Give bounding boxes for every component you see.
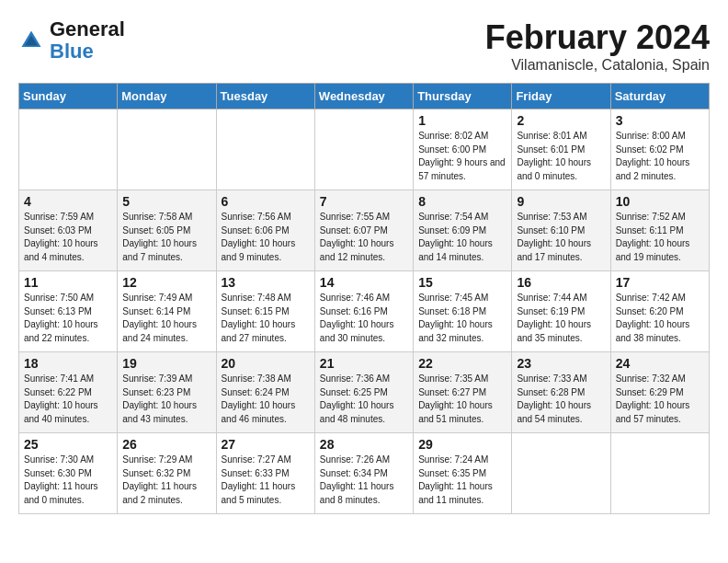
calendar-cell: 22Sunrise: 7:35 AMSunset: 6:27 PMDayligh… bbox=[414, 352, 512, 433]
weekday-header-monday: Monday bbox=[118, 84, 216, 109]
day-number: 11 bbox=[24, 275, 112, 290]
day-info: Sunrise: 7:38 AMSunset: 6:24 PMDaylight:… bbox=[222, 373, 310, 426]
calendar-cell: 15Sunrise: 7:45 AMSunset: 6:18 PMDayligh… bbox=[414, 271, 512, 352]
calendar-cell: 26Sunrise: 7:29 AMSunset: 6:32 PMDayligh… bbox=[118, 433, 216, 514]
day-info: Sunrise: 7:46 AMSunset: 6:16 PMDaylight:… bbox=[320, 292, 408, 345]
calendar-cell: 24Sunrise: 7:32 AMSunset: 6:29 PMDayligh… bbox=[610, 352, 709, 433]
calendar-cell: 14Sunrise: 7:46 AMSunset: 6:16 PMDayligh… bbox=[314, 271, 413, 352]
page-header: General Blue February 2024 Vilamaniscle,… bbox=[18, 18, 710, 74]
calendar-cell: 19Sunrise: 7:39 AMSunset: 6:23 PMDayligh… bbox=[118, 352, 216, 433]
day-info: Sunrise: 7:48 AMSunset: 6:15 PMDaylight:… bbox=[222, 292, 310, 345]
logo: General Blue bbox=[18, 18, 125, 63]
day-info: Sunrise: 7:33 AMSunset: 6:28 PMDaylight:… bbox=[517, 373, 605, 426]
calendar-cell: 29Sunrise: 7:24 AMSunset: 6:35 PMDayligh… bbox=[414, 433, 512, 514]
calendar-week-3: 11Sunrise: 7:50 AMSunset: 6:13 PMDayligh… bbox=[19, 271, 710, 352]
day-number: 15 bbox=[418, 275, 506, 290]
day-info: Sunrise: 7:29 AMSunset: 6:32 PMDaylight:… bbox=[122, 454, 210, 507]
day-info: Sunrise: 8:02 AMSunset: 6:00 PMDaylight:… bbox=[418, 130, 506, 183]
calendar-cell bbox=[314, 109, 413, 190]
day-number: 21 bbox=[320, 356, 408, 371]
day-info: Sunrise: 7:36 AMSunset: 6:25 PMDaylight:… bbox=[320, 373, 408, 426]
day-number: 27 bbox=[222, 437, 310, 452]
day-info: Sunrise: 7:55 AMSunset: 6:07 PMDaylight:… bbox=[320, 211, 408, 264]
calendar-week-2: 4Sunrise: 7:59 AMSunset: 6:03 PMDaylight… bbox=[19, 190, 710, 271]
day-number: 1 bbox=[418, 113, 506, 128]
day-info: Sunrise: 7:26 AMSunset: 6:34 PMDaylight:… bbox=[320, 454, 408, 507]
calendar-cell: 27Sunrise: 7:27 AMSunset: 6:33 PMDayligh… bbox=[216, 433, 314, 514]
calendar-cell: 21Sunrise: 7:36 AMSunset: 6:25 PMDayligh… bbox=[314, 352, 413, 433]
weekday-header-friday: Friday bbox=[512, 84, 610, 109]
weekday-header-row: SundayMondayTuesdayWednesdayThursdayFrid… bbox=[19, 84, 710, 109]
weekday-header-wednesday: Wednesday bbox=[314, 84, 413, 109]
day-number: 17 bbox=[616, 275, 704, 290]
day-info: Sunrise: 7:49 AMSunset: 6:14 PMDaylight:… bbox=[122, 292, 210, 345]
weekday-header-thursday: Thursday bbox=[414, 84, 512, 109]
weekday-header-sunday: Sunday bbox=[19, 84, 118, 109]
day-number: 7 bbox=[320, 194, 408, 209]
calendar-cell: 1Sunrise: 8:02 AMSunset: 6:00 PMDaylight… bbox=[414, 109, 512, 190]
calendar-cell: 10Sunrise: 7:52 AMSunset: 6:11 PMDayligh… bbox=[610, 190, 709, 271]
calendar-week-4: 18Sunrise: 7:41 AMSunset: 6:22 PMDayligh… bbox=[19, 352, 710, 433]
day-number: 13 bbox=[222, 275, 310, 290]
calendar-cell: 16Sunrise: 7:44 AMSunset: 6:19 PMDayligh… bbox=[512, 271, 610, 352]
calendar-cell bbox=[216, 109, 314, 190]
calendar-table: SundayMondayTuesdayWednesdayThursdayFrid… bbox=[18, 83, 710, 514]
day-number: 19 bbox=[122, 356, 210, 371]
day-number: 9 bbox=[517, 194, 605, 209]
day-number: 28 bbox=[320, 437, 408, 452]
day-number: 10 bbox=[616, 194, 704, 209]
day-number: 18 bbox=[24, 356, 112, 371]
day-number: 25 bbox=[24, 437, 112, 452]
day-number: 29 bbox=[418, 437, 506, 452]
day-info: Sunrise: 7:24 AMSunset: 6:35 PMDaylight:… bbox=[418, 454, 506, 507]
day-info: Sunrise: 7:52 AMSunset: 6:11 PMDaylight:… bbox=[616, 211, 704, 264]
day-info: Sunrise: 7:35 AMSunset: 6:27 PMDaylight:… bbox=[418, 373, 506, 426]
calendar-cell: 17Sunrise: 7:42 AMSunset: 6:20 PMDayligh… bbox=[610, 271, 709, 352]
day-info: Sunrise: 7:41 AMSunset: 6:22 PMDaylight:… bbox=[24, 373, 112, 426]
day-number: 12 bbox=[122, 275, 210, 290]
calendar-cell: 18Sunrise: 7:41 AMSunset: 6:22 PMDayligh… bbox=[19, 352, 118, 433]
calendar-cell bbox=[610, 433, 709, 514]
calendar-week-1: 1Sunrise: 8:02 AMSunset: 6:00 PMDaylight… bbox=[19, 109, 710, 190]
calendar-cell: 23Sunrise: 7:33 AMSunset: 6:28 PMDayligh… bbox=[512, 352, 610, 433]
month-title: February 2024 bbox=[485, 18, 710, 57]
calendar-cell: 11Sunrise: 7:50 AMSunset: 6:13 PMDayligh… bbox=[19, 271, 118, 352]
calendar-cell: 4Sunrise: 7:59 AMSunset: 6:03 PMDaylight… bbox=[19, 190, 118, 271]
day-number: 24 bbox=[616, 356, 704, 371]
calendar-cell bbox=[118, 109, 216, 190]
day-info: Sunrise: 7:30 AMSunset: 6:30 PMDaylight:… bbox=[24, 454, 112, 507]
day-number: 3 bbox=[616, 113, 704, 128]
location-title: Vilamaniscle, Catalonia, Spain bbox=[485, 57, 710, 74]
day-number: 2 bbox=[517, 113, 605, 128]
day-info: Sunrise: 8:00 AMSunset: 6:02 PMDaylight:… bbox=[616, 130, 704, 183]
day-number: 6 bbox=[222, 194, 310, 209]
calendar-cell: 25Sunrise: 7:30 AMSunset: 6:30 PMDayligh… bbox=[19, 433, 118, 514]
calendar-cell: 6Sunrise: 7:56 AMSunset: 6:06 PMDaylight… bbox=[216, 190, 314, 271]
day-number: 8 bbox=[418, 194, 506, 209]
calendar-cell: 7Sunrise: 7:55 AMSunset: 6:07 PMDaylight… bbox=[314, 190, 413, 271]
weekday-header-tuesday: Tuesday bbox=[216, 84, 314, 109]
day-number: 5 bbox=[122, 194, 210, 209]
calendar-cell: 9Sunrise: 7:53 AMSunset: 6:10 PMDaylight… bbox=[512, 190, 610, 271]
calendar-cell: 5Sunrise: 7:58 AMSunset: 6:05 PMDaylight… bbox=[118, 190, 216, 271]
calendar-week-5: 25Sunrise: 7:30 AMSunset: 6:30 PMDayligh… bbox=[19, 433, 710, 514]
calendar-cell bbox=[512, 433, 610, 514]
calendar-cell: 20Sunrise: 7:38 AMSunset: 6:24 PMDayligh… bbox=[216, 352, 314, 433]
day-number: 22 bbox=[418, 356, 506, 371]
day-info: Sunrise: 7:27 AMSunset: 6:33 PMDaylight:… bbox=[222, 454, 310, 507]
day-number: 20 bbox=[222, 356, 310, 371]
calendar-cell: 12Sunrise: 7:49 AMSunset: 6:14 PMDayligh… bbox=[118, 271, 216, 352]
day-info: Sunrise: 7:44 AMSunset: 6:19 PMDaylight:… bbox=[517, 292, 605, 345]
day-info: Sunrise: 7:50 AMSunset: 6:13 PMDaylight:… bbox=[24, 292, 112, 345]
day-info: Sunrise: 7:45 AMSunset: 6:18 PMDaylight:… bbox=[418, 292, 506, 345]
logo-icon bbox=[18, 28, 44, 53]
day-number: 16 bbox=[517, 275, 605, 290]
day-number: 14 bbox=[320, 275, 408, 290]
day-number: 23 bbox=[517, 356, 605, 371]
logo-text: General Blue bbox=[50, 18, 125, 63]
day-info: Sunrise: 7:56 AMSunset: 6:06 PMDaylight:… bbox=[222, 211, 310, 264]
day-info: Sunrise: 7:39 AMSunset: 6:23 PMDaylight:… bbox=[122, 373, 210, 426]
title-block: February 2024 Vilamaniscle, Catalonia, S… bbox=[485, 18, 710, 74]
calendar-cell: 3Sunrise: 8:00 AMSunset: 6:02 PMDaylight… bbox=[610, 109, 709, 190]
day-info: Sunrise: 7:58 AMSunset: 6:05 PMDaylight:… bbox=[122, 211, 210, 264]
